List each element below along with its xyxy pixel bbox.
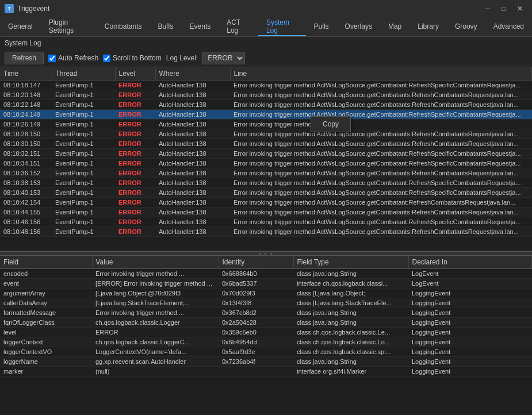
detail-cell-field: event bbox=[0, 279, 92, 289]
table-row[interactable]: 08:10:30.150EventPump-1ERRORAutoHandler:… bbox=[0, 139, 532, 149]
main-table-container[interactable]: Time Thread Level Where Line 08:10:18.14… bbox=[0, 67, 532, 251]
detail-cell-declaredIn: LoggingEvent bbox=[408, 318, 532, 328]
detail-row[interactable]: marker(null)interface org.slf4i.MarkerLo… bbox=[0, 367, 532, 376]
table-row[interactable]: 08:10:44.155EventPump-1ERRORAutoHandler:… bbox=[0, 207, 532, 217]
detail-row[interactable]: loggerContextch.qos.logback.classic.Logg… bbox=[0, 337, 532, 347]
scroll-to-bottom-checkbox[interactable] bbox=[103, 55, 110, 62]
cell-thread: EventPump-1 bbox=[52, 100, 115, 110]
detail-row[interactable]: levelERROR0x359c6eb0class ch.qos.logback… bbox=[0, 328, 532, 337]
context-menu-copy[interactable]: Copy bbox=[311, 118, 350, 130]
detail-cell-field: loggerContext bbox=[0, 337, 92, 347]
table-row[interactable]: 08:10:38.153EventPump-1ERRORAutoHandler:… bbox=[0, 178, 532, 188]
cell-thread: EventPump-1 bbox=[52, 149, 115, 159]
cell-line: Error invoking trigger method ActWsLogSo… bbox=[230, 110, 532, 120]
cell-thread: EventPump-1 bbox=[52, 159, 115, 168]
table-row[interactable]: 08:10:22.148EventPump-1ERRORAutoHandler:… bbox=[0, 100, 532, 110]
detail-row[interactable]: fqnOfLoggerClassch.qos.logback.classic.L… bbox=[0, 318, 532, 328]
detail-cell-value: gg.xp.reevent.scan.AutoHandler bbox=[92, 357, 219, 367]
cell-where: AutoHandler:138 bbox=[155, 139, 230, 149]
cell-line: Error invoking trigger method ActWsLogSo… bbox=[230, 129, 532, 139]
table-row[interactable]: 08:10:20.148EventPump-1ERRORAutoHandler:… bbox=[0, 90, 532, 100]
col-header-line: Line bbox=[230, 67, 532, 80]
cell-thread: EventPump-1 bbox=[52, 207, 115, 217]
app-icon: T bbox=[5, 4, 14, 13]
detail-table-header: Field Value Identity Field Type Declared… bbox=[0, 256, 532, 269]
dcol-header-value: Value bbox=[92, 256, 219, 269]
cell-time: 08:10:32.151 bbox=[0, 149, 52, 159]
nav-item-library[interactable]: Library bbox=[409, 17, 447, 36]
table-row[interactable]: 08:10:36.152EventPump-1ERRORAutoHandler:… bbox=[0, 168, 532, 178]
cell-where: AutoHandler:138 bbox=[155, 120, 230, 129]
detail-cell-field: marker bbox=[0, 367, 92, 376]
context-menu: Copy bbox=[311, 116, 351, 132]
table-row[interactable]: 08:10:40.153EventPump-1ERRORAutoHandler:… bbox=[0, 188, 532, 198]
detail-row[interactable]: event[ERROR] Error invoking trigger meth… bbox=[0, 279, 532, 289]
nav-item-system-log[interactable]: System Log bbox=[258, 17, 306, 36]
table-row[interactable]: 08:10:42.154EventPump-1ERRORAutoHandler:… bbox=[0, 198, 532, 207]
refresh-button[interactable]: Refresh bbox=[5, 52, 44, 64]
close-button[interactable]: ✕ bbox=[512, 3, 527, 14]
detail-cell-declaredIn: LoggingEvent bbox=[408, 357, 532, 367]
detail-cell-declaredIn: LoggingEvent bbox=[408, 289, 532, 298]
detail-cell-value: ch.qos.logback.classic.LoggerC... bbox=[92, 337, 219, 347]
nav-item-act-log[interactable]: ACT Log bbox=[219, 17, 258, 36]
nav-item-overlays[interactable]: Overlays bbox=[337, 17, 380, 36]
cell-line: Error invoking trigger method ActWsLogSo… bbox=[230, 100, 532, 110]
nav-item-general[interactable]: General bbox=[0, 17, 41, 36]
minimize-button[interactable]: ─ bbox=[480, 3, 495, 14]
cell-thread: EventPump-1 bbox=[52, 168, 115, 178]
cell-line: Error invoking trigger method ActWsLogSo… bbox=[230, 188, 532, 198]
detail-cell-fieldType: interface ch.qos.logback.classi... bbox=[293, 279, 408, 289]
detail-row[interactable]: argumentArray[Ljava.lang.Object;@70d029f… bbox=[0, 289, 532, 298]
resize-handle[interactable]: • • • bbox=[0, 251, 532, 256]
cell-level: ERROR bbox=[115, 100, 155, 110]
toolbar: Refresh Auto Refresh Scroll to Bottom Lo… bbox=[0, 49, 532, 67]
maximize-button[interactable]: □ bbox=[496, 3, 511, 14]
cell-time: 08:10:34.151 bbox=[0, 159, 52, 168]
main-table-header: Time Thread Level Where Line bbox=[0, 67, 532, 80]
cell-thread: EventPump-1 bbox=[52, 217, 115, 227]
table-row[interactable]: 08:10:48.156EventPump-1ERRORAutoHandler:… bbox=[0, 227, 532, 237]
nav-item-pulls[interactable]: Pulls bbox=[306, 17, 337, 36]
nav-item-combatants[interactable]: Combatants bbox=[97, 17, 150, 36]
detail-row[interactable]: callerDataArray[Ljava.lang.StackTraceEle… bbox=[0, 298, 532, 308]
cell-time: 08:10:18.147 bbox=[0, 80, 52, 90]
detail-cell-value: ch.qos.logback.classic.Logger bbox=[92, 318, 219, 328]
nav-item-events[interactable]: Events bbox=[182, 17, 219, 36]
nav-item-buffs[interactable]: Buffs bbox=[150, 17, 181, 36]
cell-line: Error invoking trigger method ActWsLogSo… bbox=[230, 139, 532, 149]
detail-row[interactable]: encodedError invoking trigger method ...… bbox=[0, 269, 532, 279]
log-level-select[interactable]: TRACEDEBUGINFOWARNERROR bbox=[202, 52, 245, 64]
cell-where: AutoHandler:138 bbox=[155, 217, 230, 227]
auto-refresh-checkbox[interactable] bbox=[48, 55, 56, 62]
detail-cell-value: Error invoking trigger method ... bbox=[92, 269, 219, 279]
table-row[interactable]: 08:10:28.150EventPump-1ERRORAutoHandler:… bbox=[0, 129, 532, 139]
title-bar-text: Triggevent bbox=[17, 5, 480, 13]
table-row[interactable]: 08:10:18.147EventPump-1ERRORAutoHandler:… bbox=[0, 80, 532, 90]
nav-item-advanced[interactable]: Advanced bbox=[485, 17, 532, 36]
nav-item-plugin-settings[interactable]: Plugin Settings bbox=[41, 17, 97, 36]
cell-where: AutoHandler:138 bbox=[155, 198, 230, 207]
table-row[interactable]: 08:10:32.151EventPump-1ERRORAutoHandler:… bbox=[0, 149, 532, 159]
detail-row[interactable]: loggerNamegg.xp.reevent.scan.AutoHandler… bbox=[0, 357, 532, 367]
detail-row[interactable]: formattedMessageError invoking trigger m… bbox=[0, 308, 532, 318]
auto-refresh-text: Auto Refresh bbox=[58, 54, 98, 62]
table-row[interactable]: 08:10:34.151EventPump-1ERRORAutoHandler:… bbox=[0, 159, 532, 168]
table-row[interactable]: 08:10:24.149EventPump-1ERRORAutoHandler:… bbox=[0, 110, 532, 120]
cell-where: AutoHandler:138 bbox=[155, 90, 230, 100]
table-row[interactable]: 08:10:46.156EventPump-1ERRORAutoHandler:… bbox=[0, 217, 532, 227]
detail-cell-fieldType: class ch.qos.logback.classic.Le... bbox=[293, 328, 408, 337]
cell-time: 08:10:30.150 bbox=[0, 139, 52, 149]
table-row[interactable]: 08:10:26.149EventPump-1ERRORAutoHandler:… bbox=[0, 120, 532, 129]
col-header-thread: Thread bbox=[52, 67, 115, 80]
auto-refresh-label[interactable]: Auto Refresh bbox=[48, 54, 98, 62]
nav-item-map[interactable]: Map bbox=[380, 17, 409, 36]
cell-line: Error invoking trigger method ActWsLogSo… bbox=[230, 159, 532, 168]
detail-cell-identity: 0x13f4f3f8 bbox=[219, 298, 293, 308]
detail-row[interactable]: loggerContextVOLoggerContextVO(name='def… bbox=[0, 347, 532, 357]
cell-time: 08:10:46.156 bbox=[0, 217, 52, 227]
nav-item-groovy[interactable]: Groovy bbox=[447, 17, 485, 36]
scroll-to-bottom-label[interactable]: Scroll to Bottom bbox=[103, 54, 162, 62]
cell-level: ERROR bbox=[115, 168, 155, 178]
detail-table-container[interactable]: Field Value Identity Field Type Declared… bbox=[0, 256, 532, 388]
